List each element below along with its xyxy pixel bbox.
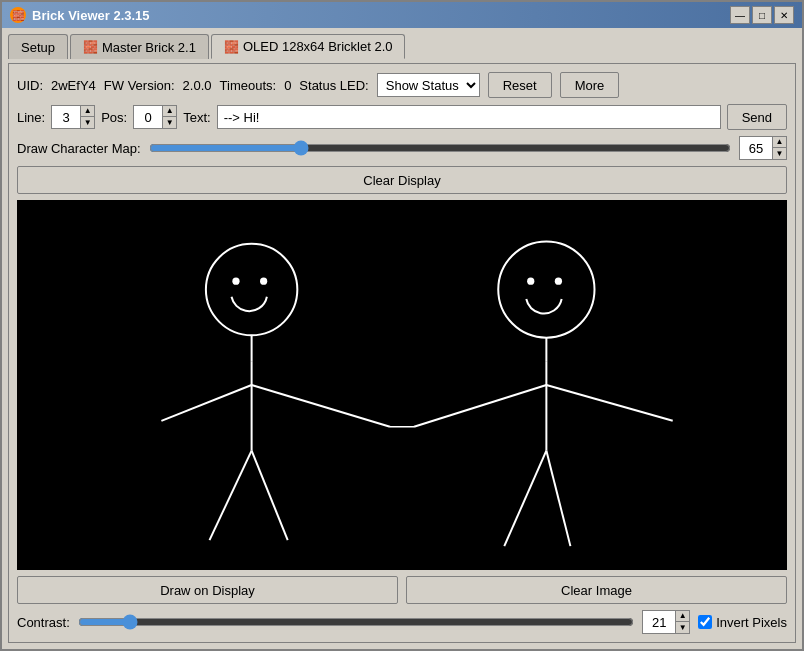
fw-label: FW Version: bbox=[104, 78, 175, 93]
oled-display bbox=[17, 200, 787, 570]
tab-master-label: Master Brick 2.1 bbox=[102, 40, 196, 55]
close-button[interactable]: ✕ bbox=[774, 6, 794, 24]
stick-figure-canvas bbox=[17, 200, 787, 570]
line-down-arrow[interactable]: ▼ bbox=[80, 117, 94, 128]
contrast-arrows: ▲ ▼ bbox=[675, 611, 689, 633]
uid-label: UID: bbox=[17, 78, 43, 93]
main-window: 🧱 Brick Viewer 2.3.15 — □ ✕ Setup 🧱 Mast… bbox=[0, 0, 804, 651]
oled-panel: UID: 2wEfY4 FW Version: 2.0.0 Timeouts: … bbox=[8, 63, 796, 643]
contrast-row: Contrast: ▲ ▼ Invert Pixels bbox=[17, 610, 787, 634]
line-label: Line: bbox=[17, 110, 45, 125]
line-spinbox[interactable]: ▲ ▼ bbox=[51, 105, 95, 129]
line-input[interactable] bbox=[52, 106, 80, 128]
pos-up-arrow[interactable]: ▲ bbox=[162, 106, 176, 117]
line-arrows: ▲ ▼ bbox=[80, 106, 94, 128]
char-map-input[interactable] bbox=[740, 137, 772, 159]
tab-bar: Setup 🧱 Master Brick 2.1 🧱 OLED 128x64 B… bbox=[8, 34, 796, 59]
more-button[interactable]: More bbox=[560, 72, 620, 98]
main-content: Setup 🧱 Master Brick 2.1 🧱 OLED 128x64 B… bbox=[2, 28, 802, 649]
pos-down-arrow[interactable]: ▼ bbox=[162, 117, 176, 128]
title-bar-left: 🧱 Brick Viewer 2.3.15 bbox=[10, 7, 150, 23]
tab-oled-icon: 🧱 bbox=[224, 40, 239, 54]
tab-master-brick[interactable]: 🧱 Master Brick 2.1 bbox=[70, 34, 209, 59]
char-map-arrows: ▲ ▼ bbox=[772, 137, 786, 159]
pos-arrows: ▲ ▼ bbox=[162, 106, 176, 128]
contrast-label: Contrast: bbox=[17, 615, 70, 630]
app-icon: 🧱 bbox=[10, 7, 26, 23]
contrast-up-arrow[interactable]: ▲ bbox=[675, 611, 689, 622]
tab-master-icon: 🧱 bbox=[83, 40, 98, 54]
window-title: Brick Viewer 2.3.15 bbox=[32, 8, 150, 23]
char-map-label: Draw Character Map: bbox=[17, 141, 141, 156]
window-controls: — □ ✕ bbox=[730, 6, 794, 24]
reset-button[interactable]: Reset bbox=[488, 72, 552, 98]
timeouts-value: 0 bbox=[284, 78, 291, 93]
line-row: Line: ▲ ▼ Pos: ▲ ▼ Text: bbox=[17, 104, 787, 130]
minimize-button[interactable]: — bbox=[730, 6, 750, 24]
line-up-arrow[interactable]: ▲ bbox=[80, 106, 94, 117]
char-map-up-arrow[interactable]: ▲ bbox=[772, 137, 786, 148]
info-row: UID: 2wEfY4 FW Version: 2.0.0 Timeouts: … bbox=[17, 72, 787, 98]
pos-input[interactable] bbox=[134, 106, 162, 128]
pos-spinbox[interactable]: ▲ ▼ bbox=[133, 105, 177, 129]
pos-label: Pos: bbox=[101, 110, 127, 125]
contrast-down-arrow[interactable]: ▼ bbox=[675, 622, 689, 633]
char-map-spinbox[interactable]: ▲ ▼ bbox=[739, 136, 787, 160]
clear-image-button[interactable]: Clear Image bbox=[406, 576, 787, 604]
contrast-slider[interactable] bbox=[78, 612, 634, 632]
char-map-down-arrow[interactable]: ▼ bbox=[772, 148, 786, 159]
draw-on-display-button[interactable]: Draw on Display bbox=[17, 576, 398, 604]
send-button[interactable]: Send bbox=[727, 104, 787, 130]
contrast-spinbox[interactable]: ▲ ▼ bbox=[642, 610, 690, 634]
uid-value: 2wEfY4 bbox=[51, 78, 96, 93]
title-bar: 🧱 Brick Viewer 2.3.15 — □ ✕ bbox=[2, 2, 802, 28]
char-map-slider[interactable] bbox=[149, 138, 731, 158]
invert-pixels-checkbox[interactable] bbox=[698, 615, 712, 629]
maximize-button[interactable]: □ bbox=[752, 6, 772, 24]
char-map-row: Draw Character Map: ▲ ▼ bbox=[17, 136, 787, 160]
tab-setup-label: Setup bbox=[21, 40, 55, 55]
status-led-label: Status LED: bbox=[299, 78, 368, 93]
tab-setup[interactable]: Setup bbox=[8, 34, 68, 59]
fw-value: 2.0.0 bbox=[183, 78, 212, 93]
text-input[interactable] bbox=[217, 105, 721, 129]
tab-oled-label: OLED 128x64 Bricklet 2.0 bbox=[243, 39, 393, 54]
contrast-input[interactable] bbox=[643, 611, 675, 633]
bottom-buttons: Draw on Display Clear Image bbox=[17, 576, 787, 604]
timeouts-label: Timeouts: bbox=[220, 78, 277, 93]
tab-oled[interactable]: 🧱 OLED 128x64 Bricklet 2.0 bbox=[211, 34, 406, 59]
status-led-select[interactable]: Show Status Off On Heartbeat bbox=[377, 73, 480, 97]
invert-row: Invert Pixels bbox=[698, 615, 787, 630]
text-label: Text: bbox=[183, 110, 210, 125]
invert-pixels-label: Invert Pixels bbox=[716, 615, 787, 630]
clear-display-button[interactable]: Clear Display bbox=[17, 166, 787, 194]
